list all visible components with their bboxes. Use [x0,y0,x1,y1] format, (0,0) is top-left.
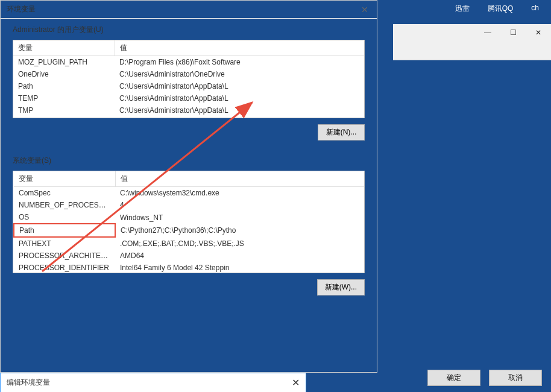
ok-button[interactable]: 确定 [427,370,480,386]
table-row[interactable]: PathC:\Python27\;C:\Python36\;C:\Pytho [14,224,364,237]
taskbar-item[interactable]: 迅雷 [455,4,470,14]
user-vars-table[interactable]: 变量 值 MOZ_PLUGIN_PATHD:\Program Files (x8… [13,40,365,118]
table-row[interactable]: PathC:\Users\Administrator\AppData\L [13,80,364,92]
new-user-var-button[interactable]: 新建(N)... [318,124,365,141]
var-name: Path [13,80,115,92]
col-variable[interactable]: 变量 [13,40,115,56]
desktop-taskbar: 迅雷 腾讯QQ ch [443,0,551,18]
var-name: Path [14,224,115,237]
taskbar-item[interactable]: ch [531,4,539,14]
table-row[interactable]: OSWindows_NT [14,211,364,224]
table-row[interactable]: ComSpecC:\windows\system32\cmd.exe [14,187,364,200]
table-row[interactable]: OneDriveC:\Users\Administrator\OneDrive [13,68,364,80]
user-vars-label: Administrator 的用户变量(U) [1,19,377,40]
taskbar-item[interactable]: 腾讯QQ [488,4,514,14]
background-window-controls: — ☐ ✕ [393,24,551,60]
var-name: ComSpec [14,187,115,200]
var-name: TEMP [13,92,115,104]
cancel-button[interactable]: 取消 [489,370,542,386]
table-row[interactable]: PATHEXT.COM;.EXE;.BAT;.CMD;.VBS;.VBE;.JS [14,237,364,250]
env-titlebar: 环境变量 ✕ [1,1,377,19]
var-name: PATHEXT [14,237,115,250]
var-value: .COM;.EXE;.BAT;.CMD;.VBS;.VBE;.JS [115,237,364,250]
var-value: C:\Python27\;C:\Python36\;C:\Pytho [115,224,364,237]
close-button[interactable]: ✕ [526,24,551,41]
col-value[interactable]: 值 [115,171,364,187]
var-value: C:\Users\Administrator\OneDrive [115,68,364,80]
edit-env-variable-window: 编辑环境变量 ✕ C:\Python27\C:\Python36\C:\Pyth… [0,373,306,392]
table-row[interactable]: PROCESSOR_ARCHITECT...AMD64 [14,250,364,262]
maximize-button[interactable]: ☐ [500,24,526,41]
environment-variables-window: 环境变量 ✕ Administrator 的用户变量(U) 变量 值 MOZ_P… [0,0,377,373]
var-value: Windows_NT [115,211,364,224]
close-icon[interactable]: ✕ [359,5,371,14]
var-value: C:\Users\Administrator\AppData\L [115,104,364,116]
var-value: C:\Users\Administrator\AppData\L [115,80,364,92]
sys-vars-table[interactable]: 变量 值 ComSpecC:\windows\system32\cmd.exeN… [13,171,365,273]
var-name: PROCESSOR_IDENTIFIER [14,262,115,273]
var-value: Intel64 Family 6 Model 42 Steppin [115,262,364,273]
table-row[interactable]: TMPC:\Users\Administrator\AppData\L [13,104,364,116]
minimize-button[interactable]: — [475,24,500,41]
sys-vars-label: 系统变量(S) [1,150,377,171]
var-name: OneDrive [13,68,115,80]
var-name: MOZ_PLUGIN_PATH [13,56,115,69]
table-row[interactable]: NUMBER_OF_PROCESSORS4 [14,199,364,211]
close-icon[interactable]: ✕ [292,377,300,388]
var-name: TMP [13,104,115,116]
table-row[interactable]: MOZ_PLUGIN_PATHD:\Program Files (x86)\Fo… [13,56,364,69]
var-value: 4 [115,199,364,211]
edit-titlebar: 编辑环境变量 ✕ [1,373,306,391]
table-row[interactable]: TEMPC:\Users\Administrator\AppData\L [13,92,364,104]
var-name: OS [14,211,115,224]
edit-title: 编辑环境变量 [7,378,292,388]
var-value: C:\Users\Administrator\AppData\L [115,92,364,104]
col-variable[interactable]: 变量 [14,171,115,187]
var-name: NUMBER_OF_PROCESSORS [14,199,115,211]
table-row[interactable]: PROCESSOR_IDENTIFIERIntel64 Family 6 Mod… [14,262,364,273]
var-value: C:\windows\system32\cmd.exe [115,187,364,200]
col-value[interactable]: 值 [115,40,364,56]
env-title: 环境变量 [7,4,359,14]
var-value: D:\Program Files (x86)\Foxit Software [115,56,364,69]
new-sys-var-button[interactable]: 新建(W)... [317,279,365,296]
var-value: AMD64 [115,250,364,262]
var-name: PROCESSOR_ARCHITECT... [14,250,115,262]
